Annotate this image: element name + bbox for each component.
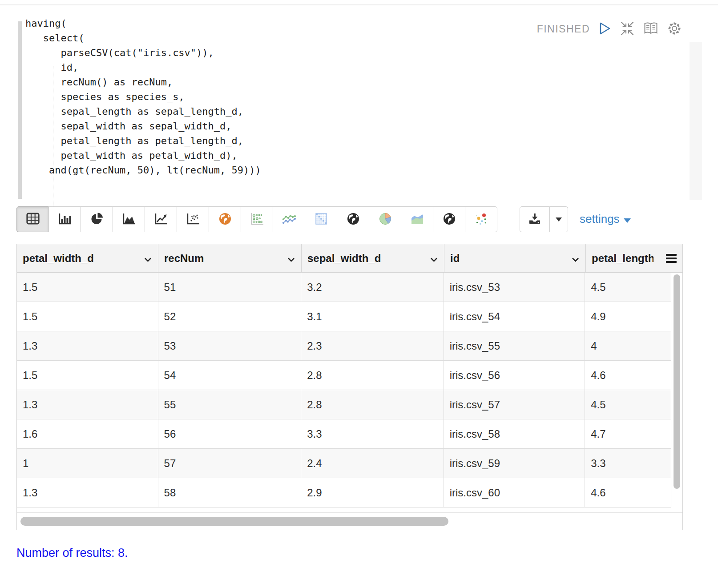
run-button[interactable] bbox=[599, 21, 611, 36]
column-label: sepal_width_d bbox=[307, 252, 381, 265]
table-cell: 52 bbox=[158, 302, 302, 331]
table-cell: iris.csv_53 bbox=[444, 273, 585, 302]
header-cell-petal-width[interactable]: petal_width_d bbox=[17, 244, 158, 272]
chart-bar-button[interactable] bbox=[48, 206, 81, 232]
column-label: petal_width_d bbox=[23, 252, 94, 265]
results-table: petal_width_d recNum sepal_width_d id pe… bbox=[16, 244, 683, 530]
table-cell: 3.3 bbox=[301, 419, 444, 448]
table-cell: 53 bbox=[158, 331, 302, 360]
heatmap-icon bbox=[315, 212, 328, 227]
chart-line-button[interactable] bbox=[145, 206, 177, 232]
table-cell: 2.3 bbox=[301, 331, 444, 360]
download-button[interactable] bbox=[520, 206, 550, 232]
sort-caret-icon[interactable] bbox=[430, 252, 438, 265]
status-badge: FINISHED bbox=[537, 23, 590, 35]
header-cell-recnum[interactable]: recNum bbox=[158, 244, 302, 272]
header-cell-id[interactable]: id bbox=[444, 244, 586, 272]
table-cell: 2.8 bbox=[301, 361, 444, 390]
table-body: 1.5513.2iris.csv_534.51.5523.1iris.csv_5… bbox=[17, 273, 671, 507]
table-cell: 1.5 bbox=[17, 361, 158, 390]
code-text[interactable]: having( select( parseCSV(cat("iris.csv")… bbox=[25, 16, 261, 177]
table-cell: 4.9 bbox=[585, 302, 671, 331]
code-editor[interactable]: having( select( parseCSV(cat("iris.csv")… bbox=[18, 16, 685, 201]
chart-bubble-grid-button[interactable] bbox=[241, 206, 273, 232]
chart-table-button[interactable] bbox=[16, 206, 49, 232]
chart-dots-button[interactable] bbox=[465, 206, 497, 232]
settings-link[interactable]: settings bbox=[580, 212, 631, 226]
table-row: 1572.4iris.csv_593.3 bbox=[17, 449, 671, 478]
table-icon bbox=[26, 213, 40, 226]
table-header-row: petal_width_d recNum sepal_width_d id pe… bbox=[17, 244, 682, 273]
chart-globe-button[interactable] bbox=[337, 206, 369, 232]
table-row: 1.5513.2iris.csv_534.5 bbox=[17, 273, 671, 302]
column-label: id bbox=[450, 252, 460, 265]
table-cell: iris.csv_55 bbox=[444, 331, 585, 360]
table-cell: 3.3 bbox=[585, 449, 671, 478]
table-row: 1.6563.3iris.csv_584.7 bbox=[17, 419, 671, 449]
column-label: petal_length_d bbox=[592, 252, 653, 265]
table-cell: 4.6 bbox=[585, 361, 671, 390]
chart-pie-button[interactable] bbox=[81, 206, 113, 232]
caret-down-icon bbox=[556, 216, 562, 223]
collapse-button[interactable] bbox=[620, 21, 634, 36]
download-caret-button[interactable] bbox=[549, 206, 568, 232]
table-cell: 54 bbox=[158, 361, 302, 390]
sort-caret-icon[interactable] bbox=[287, 252, 295, 265]
table-cell: 1.3 bbox=[17, 331, 158, 360]
open-book-icon bbox=[643, 22, 658, 36]
pie-colored-icon bbox=[378, 211, 393, 228]
globe-dark-icon bbox=[346, 212, 360, 227]
chart-stream-button[interactable] bbox=[401, 206, 433, 232]
vertical-scrollbar[interactable] bbox=[671, 273, 682, 507]
table-cell: iris.csv_58 bbox=[444, 419, 585, 448]
hamburger-menu-icon bbox=[666, 254, 677, 263]
table-cell: 4.5 bbox=[585, 273, 671, 302]
table-cell: iris.csv_59 bbox=[444, 449, 585, 478]
colored-dots-icon bbox=[474, 212, 488, 227]
table-body-wrap: 1.5513.2iris.csv_534.51.5523.1iris.csv_5… bbox=[17, 273, 682, 507]
table-cell: 4.7 bbox=[585, 419, 671, 448]
paragraph-settings-button[interactable] bbox=[667, 21, 682, 36]
table-cell: 4 bbox=[585, 331, 671, 360]
table-cell: 1.3 bbox=[17, 390, 158, 419]
sort-caret-icon[interactable] bbox=[144, 252, 152, 265]
horizontal-scrollbar-thumb[interactable] bbox=[20, 517, 448, 526]
grid-footer-gap bbox=[17, 507, 682, 513]
table-cell: 3.1 bbox=[301, 302, 444, 331]
area-chart-icon bbox=[122, 213, 136, 226]
table-cell: 2.4 bbox=[301, 449, 444, 478]
editor-scrollbar-track[interactable] bbox=[690, 42, 702, 200]
caret-down-icon bbox=[624, 212, 631, 226]
globe-dark-2-icon bbox=[442, 212, 456, 227]
download-tray-icon bbox=[528, 213, 541, 226]
chart-pie-colored-button[interactable] bbox=[369, 206, 401, 232]
header-cell-sepal-width[interactable]: sepal_width_d bbox=[302, 244, 444, 272]
table-cell: 51 bbox=[158, 273, 302, 302]
results-count: Number of results: 8. bbox=[16, 546, 128, 560]
pie-chart-icon bbox=[90, 212, 104, 227]
multi-line-chart-icon bbox=[282, 213, 297, 226]
chart-heatmap-button[interactable] bbox=[305, 206, 337, 232]
sort-caret-icon[interactable] bbox=[572, 252, 579, 265]
paragraph-divider bbox=[0, 4, 718, 5]
vertical-scrollbar-thumb[interactable] bbox=[674, 274, 680, 489]
table-cell: iris.csv_56 bbox=[444, 361, 585, 390]
bar-chart-icon bbox=[58, 213, 72, 226]
chart-multiline-button[interactable] bbox=[273, 206, 305, 232]
notebook-paragraph: having( select( parseCSV(cat("iris.csv")… bbox=[0, 0, 718, 588]
reader-button[interactable] bbox=[643, 21, 658, 36]
gear-icon bbox=[667, 21, 682, 37]
grid-menu-button[interactable] bbox=[660, 244, 682, 272]
stream-area-icon bbox=[410, 212, 425, 227]
table-cell: iris.csv_54 bbox=[444, 302, 585, 331]
horizontal-scrollbar[interactable] bbox=[17, 513, 682, 530]
chart-area-button[interactable] bbox=[113, 206, 145, 232]
header-cell-petal-length[interactable]: petal_length_d bbox=[586, 244, 660, 272]
table-row: 1.5542.8iris.csv_564.6 bbox=[17, 361, 671, 390]
chart-map-orange-button[interactable] bbox=[209, 206, 241, 232]
chart-scatter-button[interactable] bbox=[177, 206, 209, 232]
table-cell: 1.5 bbox=[17, 302, 158, 331]
chart-globe2-button[interactable] bbox=[433, 206, 465, 232]
table-cell: 3.2 bbox=[301, 273, 444, 302]
table-cell: 1.6 bbox=[17, 419, 158, 448]
